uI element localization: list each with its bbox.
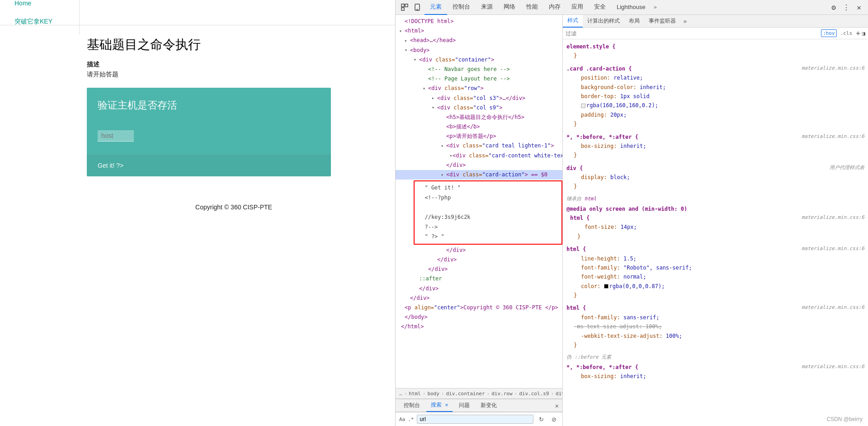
style-val: relative; xyxy=(613,75,643,81)
bc-container[interactable]: div.container xyxy=(446,391,485,397)
nav-home[interactable]: Home xyxy=(7,0,79,12)
more-subtabs[interactable]: » xyxy=(680,18,689,25)
device-icon[interactable] xyxy=(412,2,423,13)
elements-tree[interactable]: <!DOCTYPE html> <html> <head>…</head> xyxy=(396,15,562,388)
html-line[interactable]: </div> xyxy=(396,265,562,274)
tab-application[interactable]: 应用 xyxy=(566,0,589,15)
close-bottom-panel[interactable]: ✕ xyxy=(555,402,559,409)
filter-hov-btn[interactable]: :hov xyxy=(821,29,837,37)
html-line[interactable]: </div> xyxy=(396,293,562,303)
html-line[interactable]: ::after xyxy=(396,274,562,284)
tab-lighthouse[interactable]: Lighthouse xyxy=(611,0,651,15)
html-line[interactable]: <div class="card teal lighten-1"> xyxy=(396,141,562,151)
bottom-tab-changes[interactable]: 新变化 xyxy=(476,399,501,412)
style-source[interactable]: materialize.min.css:6 xyxy=(802,213,864,222)
triangle[interactable] xyxy=(423,85,428,92)
triangle[interactable] xyxy=(399,28,405,35)
clear-search-button[interactable]: ⊘ xyxy=(549,414,559,424)
style-source[interactable]: materialize.min.css:6 xyxy=(802,363,864,371)
html-line[interactable]: </div> xyxy=(396,161,562,170)
triangle[interactable] xyxy=(414,56,419,63)
close-devtools-icon[interactable]: ✕ xyxy=(854,2,864,13)
triangle[interactable] xyxy=(405,47,410,54)
html-line[interactable]: <p>请开始答题</p> xyxy=(396,132,562,141)
html-line[interactable]: <b>描述</b> xyxy=(396,122,562,132)
html-line[interactable]: <div class="row"> xyxy=(396,84,562,93)
style-val: inherit; xyxy=(620,373,646,379)
tab-console[interactable]: 控制台 xyxy=(447,0,476,15)
doctype-tag: <!DOCTYPE html> xyxy=(405,17,453,26)
subtab-computed[interactable]: 计算出的样式 xyxy=(583,15,624,28)
triangle[interactable] xyxy=(441,142,446,150)
html-line[interactable]: </div> xyxy=(396,284,562,293)
html-line[interactable]: </html> xyxy=(396,322,562,331)
close-div4: </div> xyxy=(419,284,439,293)
inspect-icon[interactable] xyxy=(399,2,410,13)
style-val: 100%; xyxy=(666,333,682,339)
search-input[interactable] xyxy=(417,415,534,424)
tab-sources[interactable]: 来源 xyxy=(476,0,498,15)
html-line[interactable]: <div class="col s9"> xyxy=(396,103,562,113)
main-content: 基础题目之命令执行 描述 请开始答题 验证主机是否存活 Get it! ?> C… xyxy=(72,25,395,426)
collapse-styles-btn[interactable]: ◨ xyxy=(862,30,865,37)
triangle[interactable] xyxy=(405,37,410,44)
bc-html[interactable]: html xyxy=(409,391,421,397)
style-val: rgba(0,0,0,0.87); xyxy=(609,283,665,289)
card-action-link[interactable]: Get it! ?> xyxy=(98,162,123,169)
refresh-search-button[interactable]: ↻ xyxy=(536,414,546,424)
html-line[interactable]: <html> xyxy=(396,26,562,36)
style-close-brace: } xyxy=(566,52,577,59)
bc-div[interactable]: div xyxy=(556,391,562,397)
tab-memory[interactable]: 内存 xyxy=(543,0,566,15)
html-line[interactable]: </div> xyxy=(396,255,562,265)
navbar: Home 突破它拿KEY xyxy=(0,0,395,25)
add-style-btn[interactable]: + xyxy=(856,29,860,38)
style-source[interactable]: materialize.min.css:6 xyxy=(802,245,864,253)
html-line[interactable]: <!-- Page Layout here --> xyxy=(396,74,562,84)
html-line[interactable]: <div class="container"> xyxy=(396,55,562,65)
bottom-tab-console[interactable]: 控制台 xyxy=(399,399,425,412)
tab-security[interactable]: 安全 xyxy=(589,0,611,15)
style-val: "Roboto", sans-serif; xyxy=(623,265,692,271)
bottom-tab-issues[interactable]: 问题 xyxy=(454,399,474,412)
html-line[interactable]: </div> xyxy=(396,246,562,255)
style-source[interactable]: materialize.min.css:6 xyxy=(802,64,864,73)
filter-input[interactable] xyxy=(566,30,819,37)
style-source[interactable]: materialize.min.css:6 xyxy=(802,133,864,141)
div-card-tag: <div class="card teal lighten-1"> xyxy=(446,142,554,150)
tab-network[interactable]: 网络 xyxy=(498,0,521,15)
html-line[interactable]: </body> xyxy=(396,312,562,322)
html-line[interactable]: <div class="card-content white-text">… xyxy=(396,151,562,161)
subtab-layout[interactable]: 布局 xyxy=(624,15,644,28)
style-source[interactable]: materialize.min.css:6 xyxy=(802,303,864,312)
more-options-icon[interactable]: ⋮ xyxy=(841,2,852,13)
html-line[interactable]: <!-- Navbar goes here --> xyxy=(396,65,562,74)
bottom-tab-search[interactable]: 搜索 ✕ xyxy=(426,399,453,412)
triangle[interactable] xyxy=(441,171,446,179)
bc-body[interactable]: body xyxy=(427,391,439,397)
html-line-selected[interactable]: <div class="card-action"> == $0 xyxy=(396,170,562,180)
html-line[interactable]: <div class="col s3">…</div> xyxy=(396,94,562,103)
p-tag: <p>请开始答题</p> xyxy=(446,132,496,141)
style-selector: html { xyxy=(570,215,590,221)
html-line[interactable]: <!DOCTYPE html> xyxy=(396,17,562,26)
triangle[interactable] xyxy=(432,95,437,102)
subtab-styles[interactable]: 样式 xyxy=(563,15,583,28)
more-tabs[interactable]: » xyxy=(651,4,660,10)
bc-row[interactable]: div.row xyxy=(491,391,512,397)
html-line[interactable]: <h5>基础题目之命令执行</h5> xyxy=(396,113,562,122)
triangle[interactable] xyxy=(432,104,437,111)
card-input[interactable] xyxy=(98,130,134,142)
bc-col-s9[interactable]: div.col.s9 xyxy=(519,391,549,397)
tab-performance[interactable]: 性能 xyxy=(521,0,543,15)
html-line[interactable]: <head>…</head> xyxy=(396,36,562,45)
settings-icon[interactable]: ⚙ xyxy=(828,2,839,13)
style-prop: font-family: xyxy=(574,314,620,321)
html-line[interactable]: <body> xyxy=(396,46,562,55)
html-tag: <html> xyxy=(405,27,424,35)
tab-elements[interactable]: 元素 xyxy=(425,0,447,15)
filter-cls-btn[interactable]: .cls xyxy=(839,29,854,37)
html-line[interactable]: <p align="center">Copyright © 360 CISP-P… xyxy=(396,303,562,312)
comment: <!-- Navbar goes here --> xyxy=(428,65,510,74)
subtab-events[interactable]: 事件监听器 xyxy=(644,15,680,28)
